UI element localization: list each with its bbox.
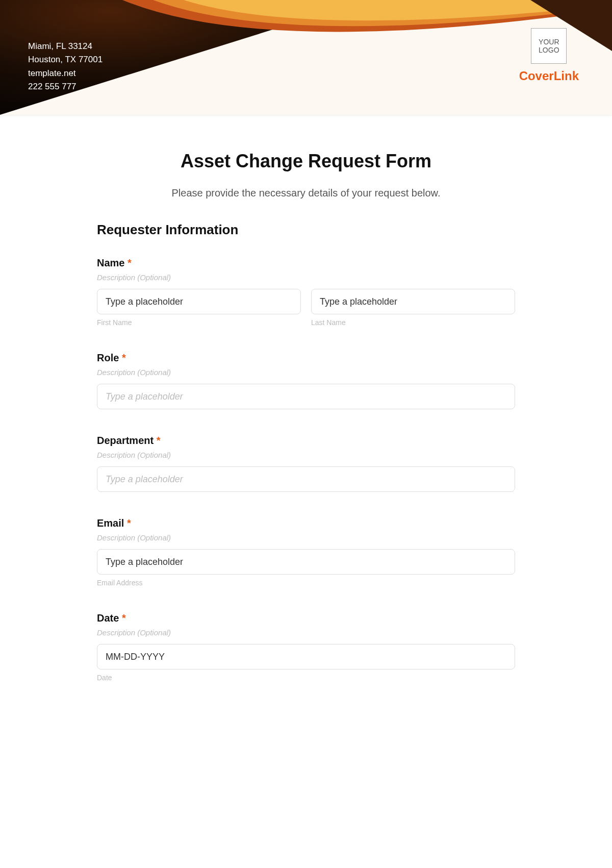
role-description: Description (Optional): [97, 368, 515, 377]
first-name-sublabel: First Name: [97, 318, 301, 327]
date-sublabel: Date: [97, 674, 515, 682]
brand-name: CoverLink: [519, 69, 579, 83]
role-label: Role *: [97, 352, 515, 364]
website-text: template.net: [28, 67, 103, 80]
field-department: Department * Description (Optional): [97, 435, 515, 492]
name-description: Description (Optional): [97, 273, 515, 282]
date-label: Date *: [97, 612, 515, 624]
form-title: Asset Change Request Form: [97, 151, 515, 172]
address-line-1: Miami, FL 33124: [28, 40, 103, 53]
company-info: Miami, FL 33124 Houston, TX 77001 templa…: [28, 40, 103, 93]
role-input[interactable]: [97, 384, 515, 409]
field-role: Role * Description (Optional): [97, 352, 515, 409]
department-label: Department *: [97, 435, 515, 447]
address-line-2: Houston, TX 77001: [28, 53, 103, 66]
form-subtitle: Please provide the necessary details of …: [97, 187, 515, 199]
section-heading: Requester Information: [97, 222, 515, 238]
email-sublabel: Email Address: [97, 579, 515, 587]
last-name-sublabel: Last Name: [311, 318, 515, 327]
logo-area: YOUR LOGO CoverLink: [519, 28, 579, 83]
phone-text: 222 555 777: [28, 80, 103, 93]
email-input[interactable]: [97, 549, 515, 575]
department-input[interactable]: [97, 466, 515, 492]
form-container: Asset Change Request Form Please provide…: [97, 151, 515, 682]
first-name-input[interactable]: [97, 289, 301, 314]
field-date: Date * Description (Optional) Date: [97, 612, 515, 682]
date-description: Description (Optional): [97, 628, 515, 637]
field-name: Name * Description (Optional) First Name…: [97, 257, 515, 327]
date-input[interactable]: [97, 644, 515, 669]
email-label: Email *: [97, 517, 515, 529]
last-name-input[interactable]: [311, 289, 515, 314]
name-label: Name *: [97, 257, 515, 269]
field-email: Email * Description (Optional) Email Add…: [97, 517, 515, 587]
document-header: Miami, FL 33124 Houston, TX 77001 templa…: [0, 0, 612, 115]
email-description: Description (Optional): [97, 533, 515, 542]
department-description: Description (Optional): [97, 451, 515, 459]
logo-placeholder: YOUR LOGO: [531, 28, 567, 64]
